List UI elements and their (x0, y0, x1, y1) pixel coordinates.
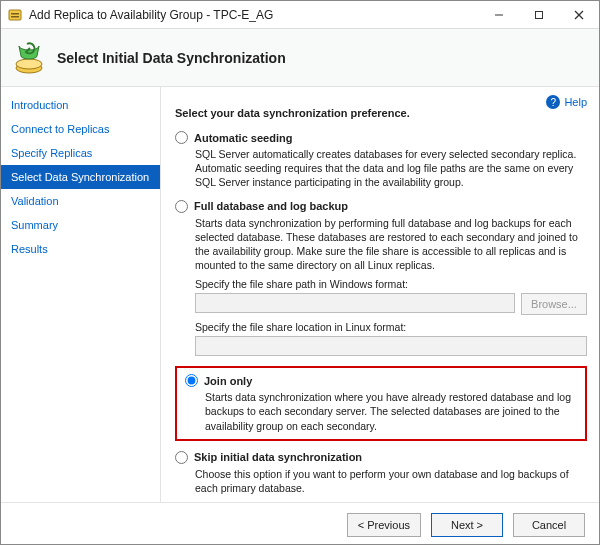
radio-join-only[interactable] (185, 374, 198, 387)
cancel-button[interactable]: Cancel (513, 513, 585, 537)
content-heading: Select your data synchronization prefere… (175, 107, 587, 119)
wizard-icon (11, 40, 47, 76)
wizard-body: Introduction Connect to Replicas Specify… (1, 87, 599, 502)
option-full-backup: Full database and log backup Starts data… (175, 200, 587, 357)
sidebar-item-validation[interactable]: Validation (1, 189, 160, 213)
next-button[interactable]: Next > (431, 513, 503, 537)
window-controls (479, 1, 599, 28)
label-full-backup: Full database and log backup (194, 200, 348, 212)
svg-rect-1 (11, 13, 19, 15)
sidebar-item-introduction[interactable]: Introduction (1, 93, 160, 117)
sidebar-item-connect-replicas[interactable]: Connect to Replicas (1, 117, 160, 141)
wizard-content: ? Help Select your data synchronization … (161, 87, 599, 502)
sidebar-item-select-data-sync[interactable]: Select Data Synchronization (1, 165, 160, 189)
desc-skip-sync: Choose this option if you want to perfor… (195, 467, 587, 495)
help-link[interactable]: ? Help (546, 95, 587, 109)
minimize-button[interactable] (479, 1, 519, 28)
maximize-button[interactable] (519, 1, 559, 28)
help-icon: ? (546, 95, 560, 109)
browse-button[interactable]: Browse... (521, 293, 587, 315)
radio-skip-sync[interactable] (175, 451, 188, 464)
desc-full-backup: Starts data synchronization by performin… (195, 216, 587, 273)
window-title: Add Replica to Availability Group - TPC-… (29, 8, 479, 22)
radio-full-backup[interactable] (175, 200, 188, 213)
windows-share-label: Specify the file share path in Windows f… (195, 278, 587, 290)
svg-rect-2 (11, 16, 19, 18)
app-icon (7, 7, 23, 23)
option-join-only: Join only Starts data synchronization wh… (185, 374, 577, 433)
wizard-sidebar: Introduction Connect to Replicas Specify… (1, 87, 161, 502)
sidebar-item-summary[interactable]: Summary (1, 213, 160, 237)
label-skip-sync: Skip initial data synchronization (194, 451, 362, 463)
svg-rect-4 (536, 11, 543, 18)
desc-join-only: Starts data synchronization where you ha… (205, 390, 577, 433)
previous-button[interactable]: < Previous (347, 513, 421, 537)
svg-point-8 (16, 59, 42, 69)
option-skip-sync: Skip initial data synchronization Choose… (175, 451, 587, 495)
sidebar-item-results[interactable]: Results (1, 237, 160, 261)
windows-share-input[interactable] (195, 293, 515, 313)
svg-rect-0 (9, 10, 21, 20)
wizard-footer: < Previous Next > Cancel (1, 502, 599, 545)
label-automatic-seeding: Automatic seeding (194, 132, 292, 144)
windows-share-field: Specify the file share path in Windows f… (195, 278, 587, 315)
linux-share-label: Specify the file share location in Linux… (195, 321, 587, 333)
sidebar-item-specify-replicas[interactable]: Specify Replicas (1, 141, 160, 165)
help-label: Help (564, 96, 587, 108)
linux-share-input[interactable] (195, 336, 587, 356)
page-title: Select Initial Data Synchronization (57, 50, 286, 66)
titlebar: Add Replica to Availability Group - TPC-… (1, 1, 599, 29)
close-button[interactable] (559, 1, 599, 28)
desc-automatic-seeding: SQL Server automatically creates databas… (195, 147, 587, 190)
label-join-only: Join only (204, 375, 252, 387)
option-automatic-seeding: Automatic seeding SQL Server automatical… (175, 131, 587, 190)
wizard-header: Select Initial Data Synchronization (1, 29, 599, 87)
radio-automatic-seeding[interactable] (175, 131, 188, 144)
linux-share-field: Specify the file share location in Linux… (195, 321, 587, 356)
highlight-join-only: Join only Starts data synchronization wh… (175, 366, 587, 441)
